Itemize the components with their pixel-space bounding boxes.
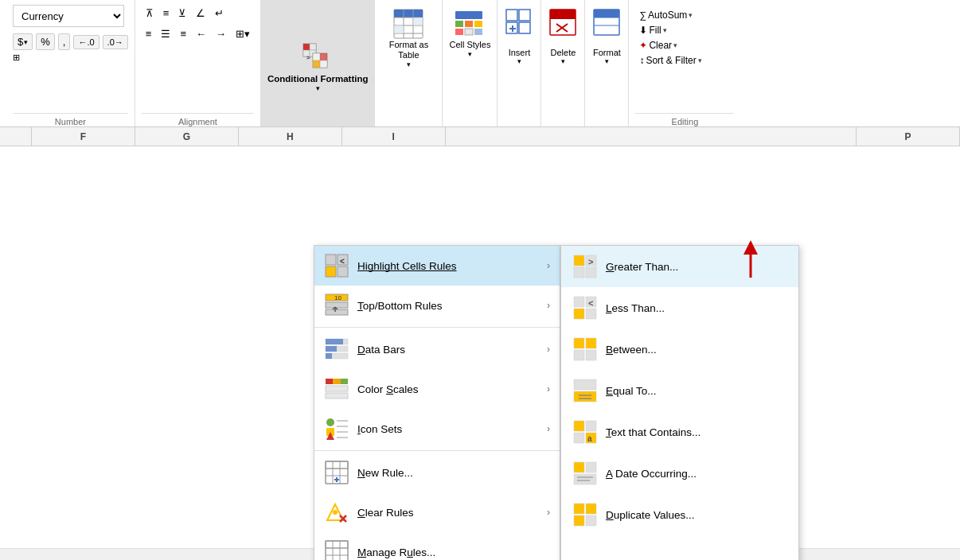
svg-rect-110 xyxy=(586,421,596,431)
topbottom-arrow: › xyxy=(547,300,550,311)
submenu-item-equal-to[interactable]: Equal To... xyxy=(561,370,798,411)
menu-item-highlight-cells-rules[interactable]: < Highlight Cells Rules › xyxy=(314,246,560,286)
between-label: Between... xyxy=(606,344,657,356)
svg-rect-48 xyxy=(326,302,348,308)
col-header-i[interactable]: I xyxy=(342,127,446,146)
align-bottom-btn[interactable]: ⊻ xyxy=(174,5,190,21)
menu-item-manage-rules[interactable]: Manage Rules... xyxy=(314,532,560,560)
menu-item-icon-sets[interactable]: Icon Sets › xyxy=(314,409,560,449)
editing-label: Editing xyxy=(635,113,734,126)
main-menu-panel: < Highlight Cells Rules › 10 xyxy=(314,245,560,560)
dollar-btn[interactable]: $▾ xyxy=(13,33,33,50)
insert-group[interactable]: Insert ▾ xyxy=(498,0,541,126)
submenu-item-greater-than[interactable]: > Greater Than... xyxy=(561,246,798,287)
manage-rules-label: Manage Rules... xyxy=(357,546,550,558)
delete-group[interactable]: Delete ▾ xyxy=(541,0,585,126)
col-header-f[interactable]: F xyxy=(32,127,135,146)
menu-item-color-scales[interactable]: Color Scales › xyxy=(314,369,560,409)
increase-decimal-btn[interactable]: .0→ xyxy=(103,35,128,49)
svg-rect-9 xyxy=(320,60,327,68)
svg-rect-63 xyxy=(333,379,341,384)
svg-rect-121 xyxy=(574,515,584,526)
number-expand-btn[interactable]: ⊞ xyxy=(13,52,20,63)
svg-rect-58 xyxy=(326,353,332,359)
svg-rect-116 xyxy=(574,474,596,484)
align-left-btn[interactable]: ≡ xyxy=(142,25,156,42)
duplicate-values-label: Duplicate Values... xyxy=(606,509,695,521)
align-center-btn[interactable]: ☰ xyxy=(157,25,174,42)
duplicate-icon xyxy=(572,502,598,527)
svg-rect-54 xyxy=(326,339,343,344)
color-scales-label: Color Scales xyxy=(357,383,539,395)
insert-label: Insert xyxy=(509,48,531,57)
svg-rect-7 xyxy=(320,53,327,60)
highlight-arrow: › xyxy=(547,260,550,271)
menu-item-top-bottom-rules[interactable]: 10 Top/Bottom Rules › xyxy=(314,286,560,325)
percent-btn[interactable]: % xyxy=(36,33,55,50)
col-header-g[interactable]: G xyxy=(135,127,239,146)
sort-filter-btn[interactable]: ↕ Sort & Filter ▾ xyxy=(635,53,705,68)
row-num-header xyxy=(0,127,32,146)
submenu-item-text-contains[interactable]: a Text that Contains... xyxy=(561,411,798,453)
submenu-item-less-than[interactable]: < Less Than... xyxy=(561,287,798,329)
fill-btn[interactable]: ⬇ Fill ▾ xyxy=(635,23,670,37)
col-header-p[interactable]: P xyxy=(857,127,960,146)
conditional-formatting-group[interactable]: > Conditional Formatting ▾ xyxy=(261,0,375,126)
wrap-text-btn[interactable]: ↵ xyxy=(211,5,228,21)
cs-caret: ▾ xyxy=(468,50,472,58)
column-headers: F G H I P xyxy=(0,127,960,146)
databars-icon xyxy=(324,336,349,362)
svg-rect-98 xyxy=(574,309,584,319)
svg-text:<: < xyxy=(588,298,593,308)
cell-styles-group[interactable]: Cell Styles ▾ xyxy=(443,0,498,126)
submenu-item-between[interactable]: Between... xyxy=(561,329,798,370)
ribbon: CurrencyCurrency $▾ % , ←.0 .0→ ⊞ Number… xyxy=(0,0,960,127)
svg-rect-115 xyxy=(586,462,596,472)
indent-more-btn[interactable]: → xyxy=(212,25,230,42)
gt-icon: > xyxy=(572,254,598,279)
svg-rect-38 xyxy=(594,10,619,18)
svg-rect-103 xyxy=(574,350,584,360)
clearrules-arrow: › xyxy=(547,507,550,518)
indent-less-btn[interactable]: ← xyxy=(192,25,210,42)
format-group[interactable]: Format ▾ xyxy=(585,0,629,126)
svg-text:>: > xyxy=(306,54,310,61)
svg-rect-24 xyxy=(455,29,463,35)
format-as-table-group[interactable]: Format as Table ▾ xyxy=(375,0,443,126)
text-angle-btn[interactable]: ∠ xyxy=(192,5,209,21)
autosum-label: AutoSum xyxy=(648,10,687,21)
iconsets-icon xyxy=(324,416,349,441)
eraser-icon: ✦ xyxy=(639,40,647,51)
decrease-decimal-btn[interactable]: ←.0 xyxy=(73,35,99,49)
align-row-bottom: ≡ ☰ ≡ ← → ⊞▾ xyxy=(142,25,254,42)
managerules-icon xyxy=(324,539,349,560)
svg-rect-96 xyxy=(574,297,584,307)
svg-rect-34 xyxy=(550,10,576,19)
autosum-btn[interactable]: ∑ AutoSum ▾ xyxy=(635,8,697,22)
sf-caret: ▾ xyxy=(698,56,702,64)
svg-rect-23 xyxy=(474,21,482,27)
clearrules-icon xyxy=(324,500,349,525)
text-contains-label: Text that Contains... xyxy=(606,426,700,438)
col-header-h[interactable]: H xyxy=(239,127,342,146)
align-right-btn[interactable]: ≡ xyxy=(176,25,190,42)
merge-btn[interactable]: ⊞▾ xyxy=(232,25,254,42)
svg-rect-1 xyxy=(303,44,310,50)
menu-item-new-rule[interactable]: New Rule... xyxy=(314,453,560,492)
menu-item-data-bars[interactable]: Data Bars › xyxy=(314,329,560,369)
submenu-item-date-occurring[interactable]: A Date Occurring... xyxy=(561,453,798,494)
currency-dropdown[interactable]: CurrencyCurrency xyxy=(13,5,124,27)
comma-btn[interactable]: , xyxy=(58,33,71,50)
alignment-group: ⊼ ≡ ⊻ ∠ ↵ ≡ ☰ ≡ ← → ⊞▾ Alignment xyxy=(135,0,261,126)
menu-item-clear-rules[interactable]: Clear Rules › xyxy=(314,492,560,532)
align-top-btn[interactable]: ⊼ xyxy=(142,5,158,21)
submenu-panel: > Greater Than... < Less Than... xyxy=(560,245,799,560)
top-bottom-label: Top/Bottom Rules xyxy=(357,300,539,312)
svg-rect-94 xyxy=(586,267,596,278)
align-middle-btn[interactable]: ≡ xyxy=(159,5,174,21)
col-header-rest xyxy=(446,127,857,146)
equal-to-label: Equal To... xyxy=(606,385,657,397)
sigma-icon: ∑ xyxy=(639,10,646,21)
clear-btn[interactable]: ✦ Clear ▾ xyxy=(635,38,681,52)
submenu-item-duplicate-values[interactable]: Duplicate Values... xyxy=(561,494,798,535)
